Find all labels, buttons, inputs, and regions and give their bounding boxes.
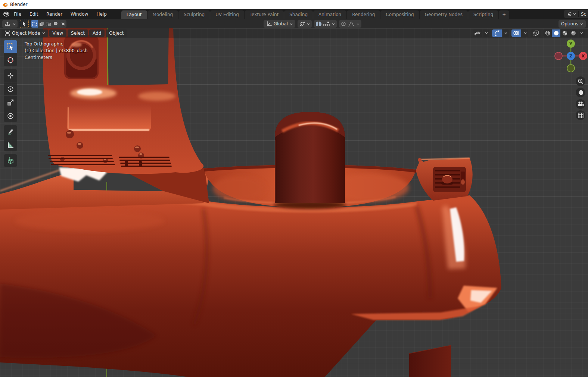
object-mode-icon xyxy=(5,31,10,36)
object-type-visibility-button[interactable] xyxy=(473,29,482,37)
snap-magnet-icon xyxy=(316,21,321,27)
tool-scale[interactable] xyxy=(4,96,17,109)
transform-orientation-selector[interactable]: Global xyxy=(264,20,295,28)
snap-increment-icon xyxy=(323,22,330,26)
toolbar xyxy=(4,40,17,167)
menu-window[interactable]: Window xyxy=(66,10,92,18)
tab-scripting[interactable]: Scripting xyxy=(468,10,498,19)
chevron-down-icon xyxy=(290,23,293,25)
camera-view-button[interactable] xyxy=(576,99,585,109)
viewport-menu-select[interactable]: Select xyxy=(68,29,88,37)
show-overlays-toggle[interactable] xyxy=(511,29,521,37)
shading-solid-button[interactable] xyxy=(552,29,560,37)
gizmo-x-label: X xyxy=(582,54,585,59)
right-vent[interactable] xyxy=(416,158,473,201)
shading-dropdown[interactable] xyxy=(579,29,585,37)
dashboard-top-surface[interactable] xyxy=(0,167,209,210)
solid-shading-icon xyxy=(554,31,559,36)
menu-file[interactable]: File xyxy=(10,10,25,18)
tab-shading[interactable]: Shading xyxy=(284,10,313,19)
scene-selector[interactable]: Sc xyxy=(564,10,588,18)
tool-move[interactable] xyxy=(4,69,17,82)
shading-wireframe-button[interactable] xyxy=(543,29,552,37)
falloff-curve-icon xyxy=(348,22,355,26)
overlays-dropdown[interactable] xyxy=(522,29,528,37)
toggle-xray-button[interactable] xyxy=(531,29,541,37)
chevron-down-icon xyxy=(13,23,16,25)
window-title: Blender xyxy=(10,2,28,7)
snapping-controls[interactable] xyxy=(314,20,337,28)
tool-cursor[interactable] xyxy=(4,53,17,66)
gizmo-dropdown[interactable] xyxy=(503,29,509,37)
workspace-tabs: Layout Modeling Sculpting UV Editing Tex… xyxy=(121,9,510,19)
tool-annotate[interactable] xyxy=(4,125,17,138)
visibility-dropdown[interactable] xyxy=(483,29,489,37)
topbar: File Edit Render Window Help Layout Mode… xyxy=(0,9,588,19)
tab-animation[interactable]: Animation xyxy=(313,10,346,19)
select-mode-intersect[interactable] xyxy=(59,20,66,28)
proportional-editing-controls[interactable] xyxy=(339,20,361,28)
select-mode-set[interactable] xyxy=(31,20,38,28)
chevron-down-icon xyxy=(332,23,335,25)
options-dropdown[interactable]: Options xyxy=(559,20,586,28)
tool-rotate[interactable] xyxy=(4,82,17,95)
menu-render[interactable]: Render xyxy=(42,10,66,18)
shading-material-preview-button[interactable] xyxy=(560,29,569,37)
add-workspace-button[interactable]: + xyxy=(499,10,509,19)
options-label: Options xyxy=(561,21,578,26)
chevron-down-icon xyxy=(573,13,576,15)
tab-uv-editing[interactable]: UV Editing xyxy=(210,10,244,19)
gizmo-axis-y-negative[interactable] xyxy=(567,65,575,72)
proportional-editing-icon xyxy=(341,21,346,26)
tool-select-box[interactable] xyxy=(4,40,17,53)
active-tool-select-box[interactable] xyxy=(20,20,29,28)
overlays-icon xyxy=(513,31,519,35)
viewport-menu-object[interactable]: Object xyxy=(106,29,127,37)
tab-texture-paint[interactable]: Texture Paint xyxy=(245,10,284,19)
mode-selector[interactable]: Object Mode xyxy=(2,29,48,37)
select-mode-subtract[interactable] xyxy=(45,20,52,28)
chevron-down-icon xyxy=(307,23,310,25)
titlebar: Blender xyxy=(0,0,588,9)
steering-column-cylinder[interactable] xyxy=(274,112,346,209)
navigation-gizmo[interactable]: Y X Z xyxy=(554,39,588,73)
zoom-view-button[interactable] xyxy=(576,76,585,86)
editor-type-selector[interactable] xyxy=(2,20,18,28)
transform-icon xyxy=(7,112,14,120)
toggle-orthographic-button[interactable] xyxy=(576,110,585,120)
gizmo-axis-x-negative[interactable] xyxy=(555,52,562,60)
3d-viewport[interactable]: Object Mode View Select Add Object xyxy=(0,28,588,377)
chevron-down-icon xyxy=(42,32,45,34)
tool-measure[interactable] xyxy=(4,138,17,151)
hand-icon xyxy=(578,89,584,95)
show-gizmo-toggle[interactable] xyxy=(492,29,502,37)
tab-geometry-nodes[interactable]: Geometry Nodes xyxy=(420,10,468,19)
menu-edit[interactable]: Edit xyxy=(25,10,42,18)
tool-transform[interactable] xyxy=(4,109,17,122)
scene-name-truncated: Sc xyxy=(581,12,586,17)
shading-rendered-button[interactable] xyxy=(569,29,578,37)
pivot-point-selector[interactable] xyxy=(298,20,312,28)
collection-context-text: (1) Collection | etk800_dash xyxy=(25,47,88,54)
scene-icon xyxy=(566,12,572,16)
dashboard-body-mesh[interactable] xyxy=(0,195,501,377)
material-preview-icon xyxy=(562,31,567,36)
tool-add-cube[interactable] xyxy=(4,154,17,167)
tab-rendering[interactable]: Rendering xyxy=(347,10,380,19)
app-menu-blender-icon[interactable] xyxy=(2,11,10,17)
tab-modeling[interactable]: Modeling xyxy=(147,10,178,19)
viewport-menu-view[interactable]: View xyxy=(49,29,66,37)
active-tool-editor-icon xyxy=(4,21,11,26)
detached-quad-mesh[interactable] xyxy=(409,345,451,377)
tab-sculpting[interactable]: Sculpting xyxy=(178,10,210,19)
pan-view-button[interactable] xyxy=(576,88,585,97)
wireframe-icon xyxy=(545,31,550,36)
3d-viewport-scene[interactable] xyxy=(0,28,588,377)
shading-mode-group xyxy=(543,29,578,37)
tab-compositing[interactable]: Compositing xyxy=(380,10,419,19)
select-mode-extend[interactable] xyxy=(38,20,45,28)
select-mode-invert[interactable] xyxy=(52,20,59,28)
viewport-menu-add[interactable]: Add xyxy=(89,29,105,37)
tab-layout[interactable]: Layout xyxy=(121,10,147,19)
menu-help[interactable]: Help xyxy=(92,10,111,18)
